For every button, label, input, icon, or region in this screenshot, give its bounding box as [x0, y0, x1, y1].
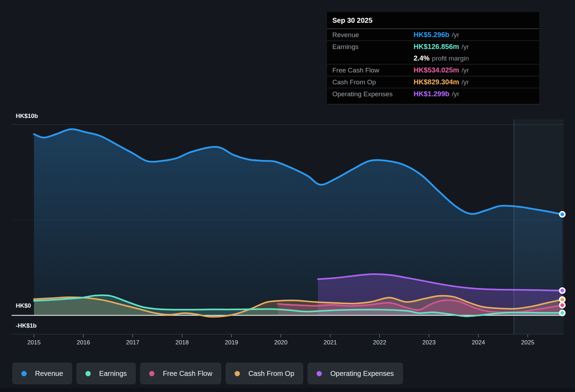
- x-axis-tick-label-2025: 2025: [512, 339, 543, 346]
- earnings-revenue-chart-page: HK$10b HK$0 -HK$1b 201520162017201820192…: [0, 0, 575, 392]
- tooltip-row-earnings: EarningsHK$126.856m/yr: [327, 41, 539, 52]
- legend-item-label: Free Cash Flow: [163, 370, 212, 378]
- tooltip-row-cash-from-op: Cash From OpHK$829.304m/yr: [327, 76, 539, 88]
- legend-item-label: Revenue: [35, 370, 63, 378]
- tooltip-date: Sep 30 2025: [327, 12, 539, 29]
- chart-legend: RevenueEarningsFree Cash FlowCash From O…: [12, 363, 403, 384]
- tooltip-row-operating-expenses: Operating ExpensesHK$1.299b/yr: [327, 88, 539, 100]
- tooltip-row-suffix: /yr: [462, 78, 469, 86]
- x-axis-tick-label-2019: 2019: [216, 339, 247, 346]
- tooltip-row-value: 2.4%: [414, 54, 430, 62]
- tooltip-row-label: Earnings: [332, 43, 414, 51]
- tooltip-row-label: Operating Expenses: [332, 90, 414, 98]
- legend-item-earnings[interactable]: Earnings: [76, 363, 136, 384]
- legend-item-operating-expenses[interactable]: Operating Expenses: [307, 363, 403, 384]
- y-axis-label-neg1b: -HK$1b: [16, 322, 37, 329]
- revenue-endpoint-marker[interactable]: [560, 212, 565, 217]
- x-axis-tick-label-2021: 2021: [314, 339, 346, 346]
- tooltip-row-suffix: /yr: [462, 43, 469, 51]
- tooltip-row-suffix: /yr: [462, 66, 469, 74]
- tooltip-row-profit-margin: 2.4%profit margin: [327, 52, 539, 64]
- tooltip-row-value: HK$534.025m: [414, 66, 459, 74]
- y-axis-label-10b: HK$10b: [16, 113, 38, 120]
- tooltip-row-value: HK$126.856m: [414, 43, 459, 51]
- x-axis-tick-label-2018: 2018: [166, 339, 198, 346]
- tooltip-row-label: Free Cash Flow: [332, 66, 414, 74]
- tooltip-row-value: HK$829.304m: [414, 78, 459, 86]
- legend-item-label: Cash From Op: [248, 370, 294, 378]
- revenue-area: [34, 129, 562, 315]
- operating-expenses-dot-icon: [317, 371, 322, 376]
- earnings-dot-icon: [85, 371, 91, 376]
- tooltip-row-suffix: profit margin: [432, 55, 469, 62]
- legend-item-label: Earnings: [99, 370, 127, 378]
- free-cash-flow-dot-icon: [149, 371, 154, 376]
- x-axis-tick-label-2016: 2016: [68, 339, 99, 346]
- legend-item-revenue[interactable]: Revenue: [12, 363, 72, 384]
- data-tooltip: Sep 30 2025 RevenueHK$5.296b/yrEarningsH…: [327, 12, 539, 104]
- tooltip-row-value: HK$1.299b: [414, 90, 449, 98]
- legend-item-label: Operating Expenses: [330, 370, 394, 378]
- x-axis-tick-label-2023: 2023: [413, 339, 445, 346]
- free-cash-flow-endpoint-marker[interactable]: [560, 302, 565, 308]
- tooltip-rows: RevenueHK$5.296b/yrEarningsHK$126.856m/y…: [327, 29, 539, 100]
- x-axis-tick-label-2024: 2024: [463, 339, 494, 346]
- tooltip-row-revenue: RevenueHK$5.296b/yr: [327, 29, 539, 41]
- tooltip-row-free-cash-flow: Free Cash FlowHK$534.025m/yr: [327, 64, 539, 76]
- cash-from-op-dot-icon: [235, 371, 240, 376]
- tooltip-row-label: Cash From Op: [332, 78, 414, 86]
- legend-item-free-cash-flow[interactable]: Free Cash Flow: [140, 363, 221, 384]
- x-axis-tick-label-2015: 2015: [18, 339, 50, 346]
- tooltip-row-suffix: /yr: [452, 31, 459, 39]
- y-axis-label-zero: HK$0: [16, 302, 31, 309]
- operating-expenses-endpoint-marker[interactable]: [560, 288, 565, 293]
- tooltip-row-label: Revenue: [332, 31, 414, 39]
- legend-item-cash-from-op[interactable]: Cash From Op: [226, 363, 303, 384]
- revenue-dot-icon: [21, 371, 27, 376]
- cash-from-op-endpoint-marker[interactable]: [560, 297, 565, 302]
- earnings-endpoint-marker[interactable]: [560, 310, 565, 316]
- x-axis-tick-label-2017: 2017: [117, 339, 148, 346]
- tooltip-row-suffix: /yr: [452, 90, 459, 98]
- x-axis-tick-label-2020: 2020: [265, 339, 297, 346]
- bottom-strip: [0, 388, 575, 392]
- x-axis-tick-label-2022: 2022: [364, 339, 395, 346]
- tooltip-row-value: HK$5.296b: [414, 31, 449, 39]
